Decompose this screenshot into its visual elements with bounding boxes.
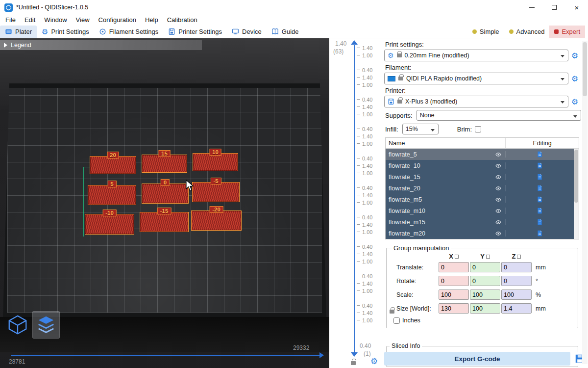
scrollbar-thumb[interactable]	[574, 150, 578, 203]
manip-input-x[interactable]	[439, 262, 469, 272]
model-object[interactable]: -10	[85, 214, 134, 235]
object-edit-icon[interactable]	[505, 230, 574, 237]
print-settings-select[interactable]: ⚙ 0.20mm Fine (modified)	[384, 50, 568, 61]
sliced-info-title: Sliced Info	[390, 342, 422, 349]
manip-input-z[interactable]	[501, 276, 532, 286]
manip-input-y[interactable]	[470, 289, 500, 300]
object-edit-icon[interactable]	[505, 219, 574, 225]
manip-input-z[interactable]	[501, 303, 532, 314]
view-layers-button[interactable]	[32, 311, 60, 339]
tab-device[interactable]: Device	[227, 26, 267, 38]
manip-input-x[interactable]	[439, 303, 469, 314]
object-row[interactable]: flowrate_m10	[386, 205, 574, 216]
tab-filament-settings[interactable]: Filament Settings	[94, 26, 163, 38]
brim-checkbox[interactable]	[475, 126, 481, 132]
layer-gear-icon[interactable]: ⚙	[370, 356, 378, 367]
maximize-button[interactable]	[543, 0, 565, 15]
tab-print-settings[interactable]: ⚙ Print Settings	[37, 26, 94, 38]
visibility-eye-icon[interactable]	[491, 219, 505, 226]
object-row[interactable]: flowrate_15	[386, 171, 574, 183]
tick-dash	[357, 84, 360, 85]
infill-value: 15%	[406, 126, 418, 132]
object-edit-icon[interactable]	[505, 151, 574, 158]
mode-expert[interactable]: Expert	[549, 26, 585, 38]
tab-printer-settings[interactable]: Printer Settings	[163, 26, 227, 38]
print-settings-edit-gear[interactable]: ⚙	[569, 51, 580, 60]
object-row[interactable]: flowrate_5	[386, 149, 574, 160]
model-object[interactable]: 5	[88, 185, 136, 205]
visibility-eye-icon[interactable]	[491, 196, 505, 203]
object-label: -5	[210, 178, 221, 184]
horizontal-slider-handle[interactable]	[319, 352, 324, 358]
layer-slider-bottom-handle[interactable]	[351, 352, 358, 357]
visibility-eye-icon[interactable]	[491, 185, 505, 192]
manip-input-y[interactable]	[470, 276, 500, 286]
sidebar-scrollbar[interactable]	[582, 41, 588, 364]
menu-item[interactable]: Calibration	[163, 15, 202, 26]
object-row[interactable]: flowrate_m20	[386, 228, 574, 239]
model-object[interactable]: 10	[193, 153, 238, 171]
horizontal-slider[interactable]	[11, 355, 320, 356]
mode-simple[interactable]: Simple	[467, 26, 504, 38]
uniform-scale-lock-icon[interactable]	[390, 310, 394, 314]
model-object[interactable]: -20	[191, 210, 242, 231]
visibility-eye-icon[interactable]	[491, 230, 505, 237]
close-button[interactable]: ×	[565, 0, 588, 15]
object-row[interactable]: flowrate_m5	[386, 194, 574, 205]
manip-input-x[interactable]	[439, 276, 469, 286]
view-3d-button[interactable]	[4, 311, 31, 339]
menu-item[interactable]: Configuration	[94, 15, 141, 26]
visibility-eye-icon[interactable]	[491, 151, 505, 158]
export-gcode-button[interactable]: Export G-code	[384, 352, 570, 366]
manip-input-x[interactable]	[439, 289, 469, 300]
object-list-scrollbar[interactable]	[574, 149, 579, 239]
visibility-eye-icon[interactable]	[491, 208, 505, 214]
menu-item[interactable]: Edit	[20, 15, 40, 26]
layer-slider-track[interactable]	[354, 45, 355, 353]
object-edit-icon[interactable]	[505, 208, 574, 214]
inches-checkbox[interactable]	[393, 317, 400, 324]
printer-select[interactable]: X-Plus 3 (modified)	[384, 96, 568, 107]
viewport-3d[interactable]: 20 15 10 5 0 -5 -10 -15 -20 Legend 29332…	[0, 38, 329, 368]
object-edit-icon[interactable]	[505, 174, 574, 180]
visibility-eye-icon[interactable]	[491, 174, 505, 181]
visibility-eye-icon[interactable]	[491, 162, 505, 169]
object-row[interactable]: flowrate_20	[386, 183, 574, 194]
object-edit-icon[interactable]	[505, 162, 574, 169]
model-object[interactable]: 0	[142, 184, 189, 204]
object-row[interactable]: flowrate_m15	[386, 216, 574, 228]
object-edit-icon[interactable]	[505, 196, 574, 203]
legend-header[interactable]: Legend	[0, 40, 202, 50]
menu-item[interactable]: Help	[141, 15, 163, 26]
supports-select[interactable]: None	[416, 110, 581, 121]
manip-input-z[interactable]	[501, 289, 532, 300]
menu-item[interactable]: Window	[40, 15, 71, 26]
infill-select[interactable]: 15%	[402, 124, 439, 134]
model-object[interactable]: -5	[192, 182, 240, 202]
filament-edit-gear[interactable]: ⚙	[569, 74, 580, 83]
mode-advanced[interactable]: Advanced	[504, 26, 550, 38]
manip-input-y[interactable]	[470, 303, 500, 314]
model-object[interactable]: 15	[142, 155, 187, 173]
tick-label: 1.40	[362, 75, 372, 80]
tab-plater[interactable]: Plater	[0, 26, 37, 38]
layer-lock-icon[interactable]	[351, 361, 356, 365]
layer-tick: 0.40	[357, 125, 372, 132]
object-edit-icon[interactable]	[505, 185, 574, 191]
menu-item[interactable]: File	[1, 15, 20, 26]
layer-tick: 1.40	[357, 221, 372, 228]
layer-tick: 0.40	[357, 155, 372, 162]
printer-edit-gear[interactable]: ⚙	[569, 97, 580, 106]
model-object[interactable]: 20	[90, 156, 136, 174]
manip-input-y[interactable]	[470, 262, 500, 272]
tab-guide[interactable]: Guide	[267, 26, 304, 38]
layer-tick: 1.40	[357, 162, 372, 169]
minimize-button[interactable]	[520, 0, 543, 15]
manip-input-z[interactable]	[501, 262, 532, 272]
model-object[interactable]: -15	[140, 212, 189, 232]
object-row-name: flowrate_5	[386, 151, 491, 158]
scrollbar-thumb[interactable]	[583, 42, 587, 96]
filament-select[interactable]: QIDI PLA Rapido (modified)	[384, 73, 568, 84]
menu-item[interactable]: View	[72, 15, 94, 26]
object-row[interactable]: flowrate_10	[386, 160, 574, 171]
